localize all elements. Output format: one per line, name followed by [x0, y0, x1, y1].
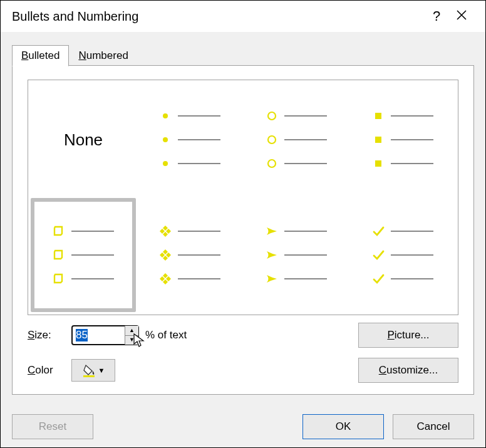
bullet-style-filled-circle[interactable]	[137, 83, 242, 197]
ok-button[interactable]: OK	[302, 414, 384, 439]
size-label: Size:	[28, 329, 71, 341]
tab-bulleted[interactable]: Bulleted	[12, 45, 69, 66]
four-diamonds-icon	[159, 225, 172, 237]
controls-area: Size: ▲ ▼ % of text Picture...	[28, 323, 458, 383]
svg-rect-7	[375, 137, 381, 143]
bullet-style-arrowhead[interactable]	[244, 198, 349, 312]
svg-point-1	[163, 137, 168, 142]
hollow-square-icon	[53, 225, 65, 237]
bullet-style-hollow-square[interactable]	[31, 198, 136, 312]
paint-bucket-icon	[82, 363, 96, 377]
color-picker-button[interactable]: ▼	[71, 359, 115, 382]
bullet-style-gallery: None	[28, 80, 458, 315]
bulleted-tab-page: None	[12, 66, 474, 395]
hollow-circle-icon	[266, 110, 278, 122]
chevron-down-icon: ▼	[98, 367, 105, 374]
bullet-style-checkmark[interactable]	[350, 198, 455, 312]
svg-rect-8	[375, 160, 381, 167]
size-suffix: % of text	[140, 329, 215, 341]
svg-point-2	[163, 161, 168, 166]
customize-button[interactable]: Customize...	[358, 358, 458, 383]
size-spinner: ▲ ▼	[71, 325, 139, 345]
titlebar: Bullets and Numbering ?	[1, 1, 485, 32]
picture-button[interactable]: Picture...	[358, 323, 458, 348]
svg-point-4	[268, 136, 276, 143]
filled-circle-icon	[159, 110, 172, 122]
tab-strip: Bulleted Numbered	[12, 43, 474, 66]
svg-point-3	[268, 112, 276, 120]
arrowhead-icon	[266, 225, 278, 237]
svg-point-5	[268, 160, 276, 167]
svg-point-0	[163, 113, 168, 118]
close-button[interactable]	[449, 8, 474, 24]
svg-rect-6	[375, 113, 381, 119]
close-icon	[456, 9, 467, 21]
reset-button: Reset	[12, 414, 93, 439]
dialog-title: Bullets and Numbering	[12, 9, 424, 24]
dialog-footer: Reset OK Cancel	[1, 406, 485, 447]
bullet-style-filled-square[interactable]	[350, 83, 455, 197]
color-label: Color	[28, 364, 71, 377]
bullet-style-four-diamonds[interactable]	[137, 198, 242, 312]
size-step-down[interactable]: ▼	[125, 336, 138, 345]
cancel-button[interactable]: Cancel	[393, 414, 474, 439]
svg-rect-9	[83, 375, 95, 377]
bullet-style-hollow-circle[interactable]	[244, 83, 349, 197]
bullets-numbering-dialog: Bullets and Numbering ? Bulleted Numbere…	[0, 0, 486, 448]
filled-square-icon	[372, 110, 385, 122]
bullet-style-none[interactable]: None	[31, 83, 136, 197]
checkmark-icon	[372, 225, 385, 237]
dialog-body: Bulleted Numbered None	[1, 32, 485, 406]
size-step-up[interactable]: ▲	[125, 326, 138, 336]
help-button[interactable]: ?	[424, 8, 449, 24]
tab-numbered[interactable]: Numbered	[69, 45, 137, 66]
